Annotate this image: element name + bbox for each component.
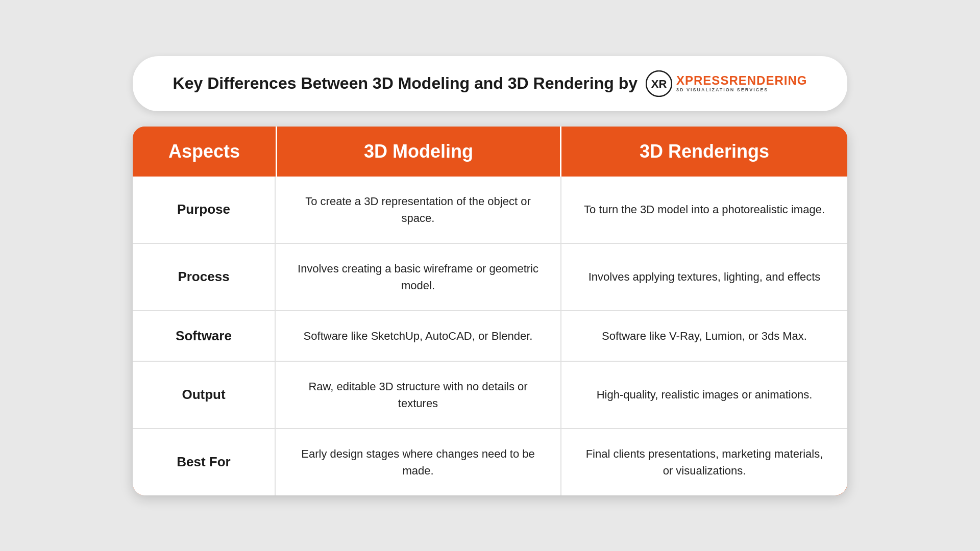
- logo-plain: XPRESS: [676, 73, 729, 87]
- aspect-cell: Software: [133, 311, 276, 361]
- logo-area: XR XPRESSRENDERING 3D VISUALIZATION SERV…: [646, 70, 807, 97]
- modeling-cell: Raw, editable 3D structure with no detai…: [276, 362, 561, 428]
- title-text: Key Differences Between 3D Modeling and …: [173, 74, 638, 93]
- modeling-cell: Software like SketchUp, AutoCAD, or Blen…: [276, 311, 561, 361]
- comparison-table: Aspects 3D Modeling 3D Renderings Purpos…: [133, 127, 847, 495]
- table-row: Best ForEarly design stages where change…: [133, 429, 847, 495]
- aspect-cell: Purpose: [133, 177, 276, 243]
- rendering-cell: Final clients presentations, marketing m…: [561, 429, 847, 495]
- table-row: PurposeTo create a 3D representation of …: [133, 177, 847, 244]
- xr-logo-icon: XR: [646, 70, 672, 97]
- rendering-cell: Involves applying textures, lighting, an…: [561, 244, 847, 310]
- svg-text:XR: XR: [651, 78, 667, 90]
- logo-name: XPRESSRENDERING: [676, 74, 807, 87]
- logo-accent: RENDERING: [729, 73, 807, 87]
- logo-sub: 3D VISUALIZATION SERVICES: [676, 88, 807, 93]
- main-container: Key Differences Between 3D Modeling and …: [133, 56, 847, 495]
- title-card: Key Differences Between 3D Modeling and …: [133, 56, 847, 111]
- table-body: PurposeTo create a 3D representation of …: [133, 177, 847, 495]
- modeling-cell: Early design stages where changes need t…: [276, 429, 561, 495]
- rendering-cell: High-quality, realistic images or animat…: [561, 362, 847, 428]
- logo-brand: XPRESSRENDERING 3D VISUALIZATION SERVICE…: [676, 74, 807, 92]
- table-row: SoftwareSoftware like SketchUp, AutoCAD,…: [133, 311, 847, 362]
- aspect-cell: Best For: [133, 429, 276, 495]
- table-header: Aspects 3D Modeling 3D Renderings: [133, 127, 847, 177]
- table-row: OutputRaw, editable 3D structure with no…: [133, 362, 847, 429]
- rendering-cell: Software like V-Ray, Lumion, or 3ds Max.: [561, 311, 847, 361]
- header-aspects: Aspects: [133, 127, 276, 177]
- header-rendering: 3D Renderings: [561, 127, 847, 177]
- rendering-cell: To turn the 3D model into a photorealist…: [561, 177, 847, 243]
- header-modeling: 3D Modeling: [276, 127, 561, 177]
- table-row: ProcessInvolves creating a basic wirefra…: [133, 244, 847, 311]
- modeling-cell: To create a 3D representation of the obj…: [276, 177, 561, 243]
- aspect-cell: Process: [133, 244, 276, 310]
- modeling-cell: Involves creating a basic wireframe or g…: [276, 244, 561, 310]
- aspect-cell: Output: [133, 362, 276, 428]
